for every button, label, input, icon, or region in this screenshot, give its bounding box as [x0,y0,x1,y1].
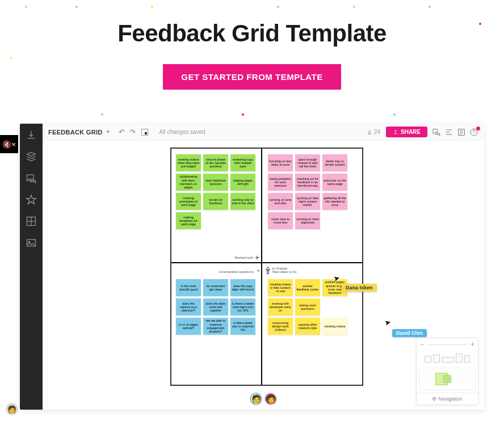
layers-icon[interactable] [26,151,37,162]
self-avatar[interactable]: 🧑 [6,403,18,415]
page-thumbnails [417,351,478,365]
feedback-grid-board[interactable]: Worked well to change Unanswered questio… [170,148,363,386]
avatar[interactable]: 👩 [264,393,277,405]
sticky-note[interactable]: staging pages with gifs [230,174,255,191]
page-thumb[interactable] [456,353,463,363]
comments-icon[interactable] [432,128,441,137]
green-notes: creating videos when they were pre-stage… [176,154,255,229]
user-count[interactable]: 24 [367,129,380,135]
page-thumb[interactable] [425,356,431,363]
cursor-david-arrow: ➤ [384,318,392,327]
page-title: Feedback Grid Template [0,0,504,47]
share-label: SHARE [401,129,421,135]
redo-button[interactable]: ↷ [129,128,136,136]
page-thumb[interactable] [464,355,470,363]
sticky-note[interactable]: do customers get value [203,279,228,296]
sticky-note[interactable]: creating videos [322,318,347,335]
sticky-note[interactable]: murals for feedback [203,193,228,210]
sticky-note[interactable]: syncing on main objectives [295,212,320,229]
user-count-value: 24 [374,129,380,135]
cursor-tag-david: David Chin [392,329,427,337]
sticky-note[interactable]: focusing on less tasks at once [268,154,293,171]
zoom-out-icon[interactable]: − [420,340,424,348]
sticky-note[interactable]: copying other creators style [295,318,320,335]
star-icon[interactable] [26,194,37,205]
sticky-note[interactable]: is there better way to organize info [230,318,255,335]
page-thumb[interactable] [433,355,440,363]
vertical-axis [261,149,262,385]
quad-label-br: New ideas to try [265,269,297,275]
sticky-note[interactable]: good enough instead of epic (all the tim… [295,154,320,171]
sticky-note[interactable]: are we able to measure engagement proper… [203,318,228,335]
sticky-note[interactable]: being prepared for work sessions [268,174,293,191]
pink-notes: focusing on less tasks at once good enou… [268,154,347,229]
chat-icon[interactable] [26,172,37,184]
sticky-note[interactable]: reaching out for feedback in an intentio… [295,174,320,191]
chevron-down-icon[interactable]: ▼ [106,129,111,134]
zoom-slider[interactable]: − + [417,338,478,351]
get-started-button[interactable]: GET STARTED FROM TEMPLATE [163,64,341,90]
top-toolbar: FEEDBACK GRID ▼ ↶ ↷ All changes saved 24… [43,124,484,141]
sticky-note[interactable]: outsourcing design work (videos) [268,318,293,335]
page-thumb[interactable] [442,357,454,363]
sticky-note[interactable]: move slow to move fast [268,212,293,229]
sticky-note[interactable]: syncing on task mgmt system earlier [295,193,320,210]
save-status: All changes saved [159,129,205,135]
sticky-note[interactable]: asking more questions [295,298,320,315]
nav-label-text: Navigation [438,396,463,402]
app-window: FEEDBACK GRID ▼ ↶ ↷ All changes saved 24… [20,124,484,410]
svg-point-5 [267,270,268,272]
sticky-note[interactable]: does the team work well together [203,298,228,315]
color-picker[interactable] [141,129,148,136]
help-icon[interactable] [469,128,478,137]
nav-label[interactable]: ⚙ Navigation [417,393,478,405]
sticky-note[interactable]: team feedback sessions [203,174,228,191]
quad-label-bl: Unanswered questions [219,269,261,275]
horizontal-axis [171,262,362,263]
export-icon[interactable] [26,129,37,141]
sticky-note[interactable]: is ux of pages optimal? [176,318,201,335]
sticky-note[interactable]: quicker feedback cycles [295,279,320,296]
quad-label-tl: Worked well [234,255,261,260]
sticky-note[interactable]: creating videos w fake content vs real [268,279,293,296]
grid-icon[interactable] [26,216,37,227]
undo-button[interactable]: ↶ [119,128,125,136]
sticky-note[interactable]: everyone on the same page [322,174,347,191]
sticky-note[interactable]: second phase of dev (quicker process) [203,154,228,171]
sticky-note[interactable]: Is the work actually good [176,279,201,296]
sticky-note[interactable]: reviewing copy with multiple eyes [230,154,255,171]
canvas[interactable]: Worked well to change Unanswered questio… [43,141,484,410]
sticky-note[interactable]: better way to iterate content [322,154,347,171]
collaborator-avatars: 🧑 👩 [250,393,277,405]
activity-icon[interactable] [444,128,453,137]
avatar[interactable]: 🧑 [250,393,262,405]
mute-label: 🔇× [2,140,16,149]
outline-icon[interactable] [457,128,466,137]
sticky-note[interactable]: working side by side in the office [230,193,255,210]
doc-title: FEEDBACK GRID [48,129,103,136]
yellow-notes: creating videos w fake content vs real q… [268,279,347,335]
mute-icon[interactable]: 🔇× [0,135,18,153]
side-toolbar [20,124,43,410]
sticky-note[interactable]: does this capture your attention? [176,298,201,315]
sticky-note[interactable]: creating videos when they were pre-stage… [176,154,201,171]
cursor-tag-dana: Dana Isken [342,284,377,292]
image-icon[interactable] [26,237,37,249]
sticky-note[interactable]: syncing on tone and vibe [268,193,293,210]
sticky-note[interactable]: collaborating with team members on pages [176,174,201,191]
zoom-in-icon[interactable]: + [471,340,474,348]
share-button[interactable]: SHARE [386,127,427,137]
sticky-note[interactable]: does the copy align with brand [230,279,255,296]
sticky-note[interactable]: making templates for each page [176,212,201,229]
navigation-panel: − + ⚙ Navigation [416,338,478,405]
sticky-note[interactable]: gathering all the info needed at once [322,193,347,210]
sticky-note[interactable]: working with developer early on [268,298,293,315]
sticky-note[interactable]: creating prototypes of each page [176,193,201,210]
minimap[interactable] [419,368,476,390]
sticky-note[interactable]: Is there a better task mgmt tool (vs GH) [230,298,255,315]
